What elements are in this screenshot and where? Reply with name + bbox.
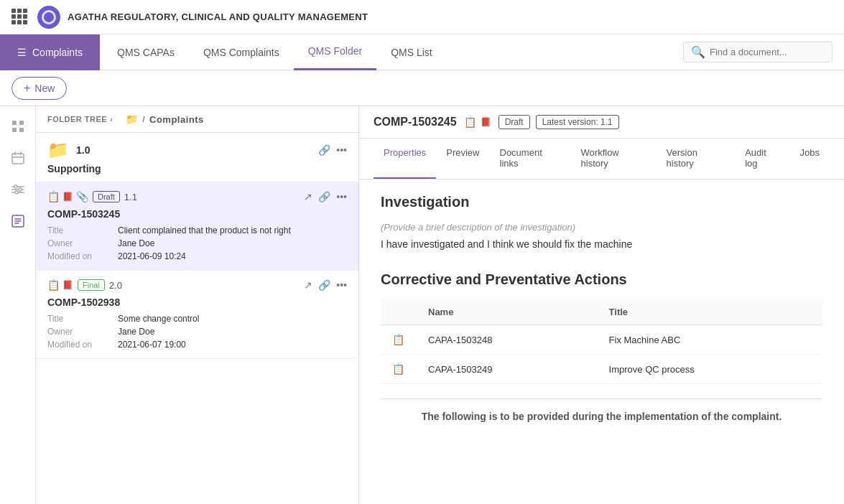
svg-rect-4 (12, 154, 24, 164)
svg-rect-2 (12, 128, 17, 132)
tab-document-links[interactable]: Document links (490, 139, 571, 179)
badge-draft-1: Draft (93, 191, 120, 202)
doc-green-header-icon: 📋 (464, 116, 476, 128)
footer-text: The following is to be provided during t… (381, 398, 822, 434)
top-bar: AGATHA REGULATORY, CLINICAL AND QUALITY … (0, 0, 844, 34)
version-badge: Latest version: 1.1 (536, 115, 619, 129)
more-icon[interactable]: ••• (336, 144, 347, 156)
svg-point-13 (15, 191, 18, 194)
tab-workflow-history[interactable]: Workflow history (571, 139, 657, 179)
version-num-2: 2.0 (109, 280, 122, 291)
folder-icon-small: 📁 (126, 113, 139, 125)
capa-table: Name Title 📋 CAPA-1503248 Fix Machine AB… (381, 299, 822, 384)
doc-red-icon-2: 📕 (62, 280, 73, 290)
investigation-text: I have investigated and I think we shoul… (381, 238, 822, 250)
external-link-icon-1[interactable]: ↗ (304, 191, 312, 202)
more-icon-1[interactable]: ••• (336, 191, 347, 202)
app-logo (37, 6, 60, 29)
nav-calendar[interactable] (5, 145, 31, 171)
doc-header-bar: COMP-1503245 📋 📕 Draft Latest version: 1… (359, 106, 844, 139)
tab-properties[interactable]: Properties (374, 139, 436, 179)
grid-menu-icon[interactable] (11, 9, 29, 26)
app-title: AGATHA REGULATORY, CLINICAL AND QUALITY … (68, 11, 368, 22)
doc-icons-1: 📋 📕 📎 (47, 191, 88, 202)
new-button[interactable]: + New (11, 77, 67, 100)
tab-qms-complaints[interactable]: QMS Complaints (189, 34, 294, 70)
doc-tabs: Properties Preview Document links Workfl… (359, 139, 844, 179)
nav-dashboard[interactable] (5, 113, 31, 139)
svg-rect-1 (19, 121, 24, 125)
toolbar: + New (0, 70, 844, 106)
investigation-hint: (Provide a brief description of the inve… (381, 222, 822, 233)
folder-name: Supporting (47, 163, 347, 174)
capa-col-name-header: Name (417, 299, 598, 325)
svg-point-12 (19, 188, 22, 191)
folder-number: 1.0 (76, 144, 90, 156)
link-icon[interactable]: 🔗 (318, 144, 330, 156)
doc-item-2[interactable]: 📋 📕 Final 2.0 ↗ 🔗 ••• COMP-1502938 Title… (36, 271, 358, 359)
tab-jobs[interactable]: Jobs (790, 139, 830, 179)
content-area: FOLDER TREE › 📁 / Complaints 📁 1.0 🔗 ••• (0, 106, 844, 504)
badge-final-2: Final (78, 279, 105, 291)
more-icon-2[interactable]: ••• (336, 279, 347, 291)
capa-col-icon-header (381, 299, 417, 325)
doc-actions-2: ↗ 🔗 ••• (304, 279, 347, 291)
status-badge: Draft (498, 115, 530, 129)
search-input[interactable] (710, 47, 825, 57)
doc-content: Investigation (Provide a brief descripti… (359, 179, 844, 504)
capa-row-1[interactable]: 📋 CAPA-1503248 Fix Machine ABC (381, 325, 822, 355)
doc-green-icon-2: 📋 (47, 279, 60, 291)
chevron-right-icon: › (110, 116, 113, 123)
sidebar-breadcrumb: 📁 / Complaints (119, 113, 204, 125)
search-area: 🔍 (683, 42, 844, 62)
folder-tree-label: FOLDER TREE (47, 115, 107, 123)
clip-icon-1: 📎 (76, 191, 88, 202)
doc-actions-1: ↗ 🔗 ••• (304, 191, 347, 202)
tab-version-history[interactable]: Version history (657, 139, 736, 179)
svg-rect-3 (19, 128, 24, 132)
capa-name-2: CAPA-1503249 (417, 355, 598, 384)
doc-red-header-icon: 📕 (481, 117, 491, 127)
nav-list[interactable] (5, 208, 31, 234)
capa-row-icon-1: 📋 (392, 334, 404, 345)
capa-title-2: Improve QC process (598, 355, 822, 384)
tab-qms-folder[interactable]: QMS Folder (294, 34, 376, 70)
nav-sliders[interactable] (5, 177, 31, 202)
tab-preview[interactable]: Preview (436, 139, 489, 179)
doc-icons-2: 📋 📕 (47, 279, 73, 291)
doc-green-icon-1: 📋 (47, 191, 60, 202)
capa-col-title-header: Title (598, 299, 822, 325)
capa-row-icon-2: 📋 (392, 363, 404, 375)
tab-qms-capas[interactable]: QMS CAPAs (103, 34, 189, 70)
tab-audit-log[interactable]: Audit log (735, 139, 789, 179)
doc-header-icons: 📋 📕 (464, 116, 491, 128)
complaints-icon: ☰ (17, 47, 27, 58)
left-sidebar: FOLDER TREE › 📁 / Complaints 📁 1.0 🔗 ••• (36, 106, 359, 504)
folder-actions: 🔗 ••• (318, 144, 347, 156)
tab-complaints[interactable]: ☰ Complaints (0, 34, 100, 70)
doc-id-1: COMP-1503245 (47, 208, 347, 220)
search-icon: 🔍 (691, 45, 705, 59)
tab-qms-list[interactable]: QMS List (376, 34, 447, 70)
capa-title: Corrective and Preventative Actions (381, 271, 822, 288)
doc-meta-2: Title Some change control Owner Jane Doe… (47, 314, 347, 350)
capa-title-1: Fix Machine ABC (598, 325, 822, 355)
sidebar-header: FOLDER TREE › 📁 / Complaints (36, 106, 358, 133)
investigation-title: Investigation (381, 194, 822, 210)
capa-name-1: CAPA-1503248 (417, 325, 598, 355)
plus-icon: + (24, 82, 30, 95)
link-icon-2[interactable]: 🔗 (318, 279, 330, 291)
external-link-icon-2[interactable]: ↗ (304, 279, 312, 291)
link-icon-1[interactable]: 🔗 (318, 191, 330, 202)
search-box[interactable]: 🔍 (683, 42, 833, 62)
capa-row-2[interactable]: 📋 CAPA-1503249 Improve QC process (381, 355, 822, 384)
doc-item-1[interactable]: 📋 📕 📎 Draft 1.1 ↗ 🔗 ••• COMP-1503245 Tit… (36, 182, 358, 271)
doc-meta-1: Title Client complained that the product… (47, 225, 347, 261)
svg-rect-0 (12, 121, 17, 125)
left-nav (0, 106, 36, 504)
doc-id-2: COMP-1502938 (47, 297, 347, 308)
right-panel: COMP-1503245 📋 📕 Draft Latest version: 1… (359, 106, 844, 504)
folder-item[interactable]: 📁 1.0 🔗 ••• Supporting (36, 133, 358, 182)
version-num-1: 1.1 (124, 192, 137, 202)
doc-id-header: COMP-1503245 (374, 116, 457, 129)
